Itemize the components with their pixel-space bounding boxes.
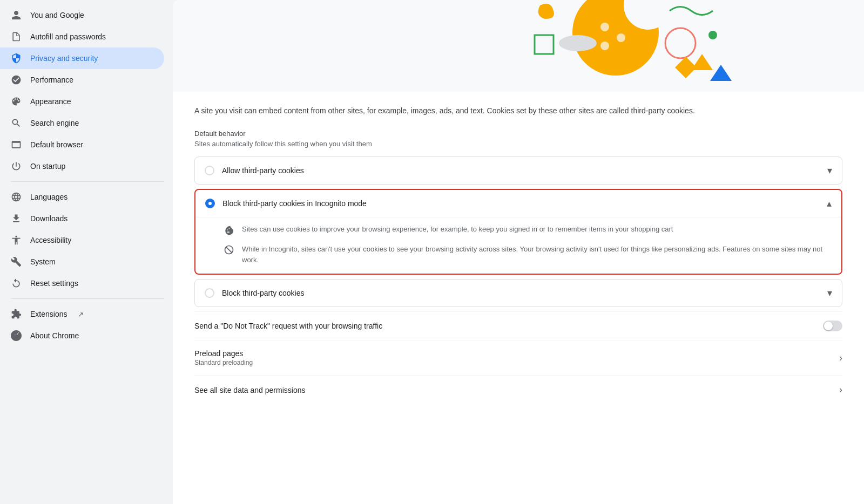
allow-cookies-option[interactable]: Allow third-party cookies ▾ [194,156,842,185]
sidebar-item-label: System [30,257,56,266]
block-incognito-chevron-icon: ▴ [827,197,832,209]
svg-point-3 [600,23,609,31]
autofill-icon [11,31,22,42]
sidebar-item-reset[interactable]: Reset settings [0,273,164,294]
svg-point-7 [708,31,717,39]
site-data-arrow: › [839,384,842,396]
sidebar-item-label: Performance [30,76,73,84]
shield-icon [11,53,22,64]
sidebar-item-you-and-google[interactable]: You and Google [0,4,164,26]
sidebar: You and Google Autofill and passwords Pr… [0,0,173,504]
block-all-label: Block third-party cookies [222,289,305,297]
preload-pages-row[interactable]: Preload pages Standard preloading › [194,340,842,375]
person-icon [11,10,22,21]
external-link-icon: ↗ [78,310,84,318]
do-not-track-title: Send a "Do Not Track" request with your … [194,322,382,330]
svg-point-4 [617,33,625,42]
sidebar-item-label: About Chrome [30,331,79,340]
palette-icon [11,96,22,107]
do-not-track-toggle[interactable] [823,321,842,331]
default-behavior-sublabel: Sites automatically follow this setting … [194,140,842,148]
sidebar-item-default-browser[interactable]: Default browser [0,134,164,155]
svg-point-6 [665,28,696,58]
detail-item-cookies: Sites can use cookies to improve your br… [224,224,833,235]
allow-chevron-icon: ▾ [827,165,832,176]
description-text: A site you visit can embed content from … [194,105,842,117]
block-all-option[interactable]: Block third-party cookies ▾ [194,279,842,307]
sidebar-divider-2 [11,298,164,299]
sidebar-item-label: Search engine [30,119,79,127]
radio-left: Block third-party cookies in Incognito m… [205,199,367,208]
site-data-title: See all site data and permissions [194,386,305,394]
sidebar-item-label: Accessibility [30,236,71,244]
block-incognito-option[interactable]: Block third-party cookies in Incognito m… [194,189,842,275]
expanded-details: Sites can use cookies to improve your br… [195,217,841,274]
sidebar-item-system[interactable]: System [0,251,164,273]
allow-cookies-label: Allow third-party cookies [222,166,304,175]
sidebar-item-privacy[interactable]: Privacy and security [0,47,164,69]
site-data-row[interactable]: See all site data and permissions › [194,375,842,404]
sidebar-item-accessibility[interactable]: Accessibility [0,229,164,251]
sidebar-item-label: You and Google [30,11,84,19]
chrome-icon [11,330,22,341]
allow-radio-circle [205,166,214,175]
default-behavior-label: Default behavior [194,130,842,138]
do-not-track-row[interactable]: Send a "Do Not Track" request with your … [194,311,842,340]
sidebar-item-label: Privacy and security [30,54,98,63]
svg-point-9 [559,35,597,51]
download-icon [11,213,22,224]
power-icon [11,161,22,172]
detail-text-cookies: Sites can use cookies to improve your br… [242,224,673,235]
sidebar-item-downloads[interactable]: Downloads [0,208,164,229]
sidebar-item-appearance[interactable]: Appearance [0,91,164,112]
main-content: A site you visit can embed content from … [173,0,864,504]
block-all-chevron-icon: ▾ [827,287,832,299]
svg-point-5 [600,42,609,50]
sidebar-item-on-startup[interactable]: On startup [0,155,164,177]
default-behavior-section: Default behavior Sites automatically fol… [194,130,842,148]
system-icon [11,256,22,267]
svg-rect-8 [535,35,554,54]
content-body: A site you visit can embed content from … [173,92,864,417]
block-detail-icon [224,244,234,255]
sidebar-item-autofill[interactable]: Autofill and passwords [0,26,164,47]
detail-text-incognito: While in Incognito, sites can't use your… [242,244,833,265]
sidebar-divider-1 [11,181,164,182]
sidebar-item-performance[interactable]: Performance [0,69,164,91]
svg-marker-11 [710,65,732,81]
detail-item-incognito: While in Incognito, sites can't use your… [224,244,833,265]
sidebar-item-label: Downloads [30,214,68,223]
extensions-icon [11,309,22,319]
decorative-header [173,0,864,92]
globe-icon [11,192,22,202]
browser-icon [11,139,22,150]
performance-icon [11,74,22,85]
sidebar-item-extensions[interactable]: Extensions ↗ [0,303,164,325]
preload-pages-subtitle: Standard preloading [194,359,253,366]
sidebar-item-label: Languages [30,193,68,201]
cookie-detail-icon [224,224,234,235]
sidebar-item-label: Autofill and passwords [30,32,106,41]
sidebar-item-label: Extensions [30,310,67,318]
sidebar-item-label: On startup [30,162,65,171]
block-incognito-radio-circle [205,199,215,208]
sidebar-item-search-engine[interactable]: Search engine [0,112,164,134]
sidebar-item-label: Appearance [30,97,71,106]
sidebar-item-label: Reset settings [30,279,78,288]
accessibility-icon [11,235,22,246]
preload-pages-arrow: › [839,352,842,364]
radio-left: Block third-party cookies [205,288,305,298]
radio-left: Allow third-party cookies [205,166,304,175]
sidebar-item-about[interactable]: About Chrome [0,325,164,346]
sidebar-item-languages[interactable]: Languages [0,186,164,208]
svg-marker-12 [675,57,697,78]
reset-icon [11,278,22,289]
block-all-radio-circle [205,288,214,298]
search-icon [11,118,22,128]
block-incognito-label: Block third-party cookies in Incognito m… [222,199,367,208]
preload-pages-title: Preload pages [194,349,253,358]
sidebar-item-label: Default browser [30,140,83,149]
